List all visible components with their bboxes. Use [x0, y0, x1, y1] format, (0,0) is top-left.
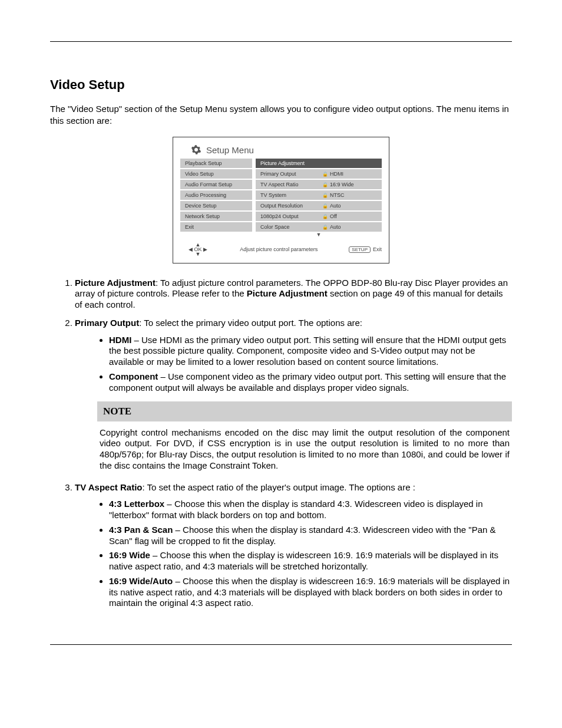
scroll-down-icon: ▼ [256, 233, 382, 236]
lock-icon: 🔒 [322, 193, 328, 198]
osd-right-item: Color Space🔒Auto [256, 222, 382, 232]
osd-right-item: Picture Adjustment [256, 159, 382, 168]
osd-hint: Adjust picture control parameters [209, 246, 349, 252]
osd-left-item: Audio Processing [180, 190, 252, 200]
sub-list: HDMI – Use HDMI as the primary video out… [75, 335, 512, 394]
note-box: NOTE Copyright control mechanisms encode… [97, 401, 512, 471]
sub-item: 16:9 Wide/Auto – Choose this when the di… [109, 576, 512, 609]
page: Video Setup The "Video Setup" section of… [0, 0, 562, 668]
osd-left-item: Video Setup [180, 169, 252, 179]
footer-rule [50, 644, 512, 645]
section-title: Video Setup [50, 77, 512, 93]
setup-menu-screenshot: Setup Menu Playback Setup Video Setup Au… [173, 137, 389, 263]
osd-left-item: Network Setup [180, 212, 252, 221]
dpad-icon: ▲◀ OK ▶▼ [187, 242, 209, 256]
osd-title: Setup Menu [206, 145, 254, 155]
list-item-1: Picture Adjustment: To adjust picture co… [75, 278, 512, 311]
osd-right-item: TV System🔒NTSC [256, 190, 382, 200]
item-name: Picture Adjustment [75, 278, 156, 288]
osd-left-col: Playback Setup Video Setup Audio Format … [180, 159, 252, 236]
osd-footer: ▲◀ OK ▶▼ Adjust picture control paramete… [173, 240, 389, 262]
note-body: Copyright control mechanisms encoded on … [97, 421, 512, 472]
item-name: Primary Output [75, 318, 139, 328]
item-desc: : To select the primary video output por… [139, 318, 362, 328]
header-rule [50, 41, 512, 42]
list-item-3: TV Aspect Ratio: To set the aspect ratio… [75, 482, 512, 610]
item-ref: Picture Adjustment [247, 288, 328, 298]
lock-icon: 🔒 [322, 172, 328, 177]
sub-item: 4:3 Pan & Scan – Choose this when the di… [109, 525, 512, 547]
note-heading: NOTE [97, 401, 512, 421]
sub-item: 16:9 Wide – Choose this when the display… [109, 550, 512, 572]
sub-item: HDMI – Use HDMI as the primary video out… [109, 335, 512, 368]
intro-text: The "Video Setup" section of the Setup M… [50, 103, 512, 126]
osd-exit: SETUP Exit [349, 246, 382, 253]
osd-left-item: Exit [180, 222, 252, 232]
lock-icon: 🔒 [322, 203, 328, 209]
sub-list: 4:3 Letterbox – Choose this when the dis… [75, 499, 512, 609]
osd-left-item: Playback Setup [180, 159, 252, 168]
item-desc: : To set the aspect ratio of the player'… [142, 482, 415, 492]
sub-item: Component – Use component video as the p… [109, 371, 512, 394]
osd-title-row: Setup Menu [173, 137, 389, 159]
lock-icon: 🔒 [322, 182, 328, 187]
osd-left-item: Audio Format Setup [180, 180, 252, 189]
osd-right-item: TV Aspect Ratio🔒16:9 Wide [256, 180, 382, 189]
osd-right-item: Primary Output🔒HDMI [256, 169, 382, 179]
item-name: TV Aspect Ratio [75, 482, 142, 492]
list-item-2: Primary Output: To select the primary vi… [75, 318, 512, 472]
numbered-list: Picture Adjustment: To adjust picture co… [50, 278, 512, 610]
osd-right-item: Output Resolution🔒Auto [256, 201, 382, 210]
gear-icon [191, 144, 201, 155]
osd-columns: Playback Setup Video Setup Audio Format … [173, 159, 389, 240]
sub-item: 4:3 Letterbox – Choose this when the dis… [109, 499, 512, 521]
setup-button-label: SETUP [349, 246, 371, 253]
lock-icon: 🔒 [322, 225, 328, 230]
lock-icon: 🔒 [322, 214, 328, 219]
osd-right-item: 1080p24 Output🔒Off [256, 212, 382, 221]
exit-label: Exit [373, 246, 382, 252]
osd-right-col: Picture Adjustment Primary Output🔒HDMI T… [256, 159, 382, 236]
osd-left-item: Device Setup [180, 201, 252, 210]
